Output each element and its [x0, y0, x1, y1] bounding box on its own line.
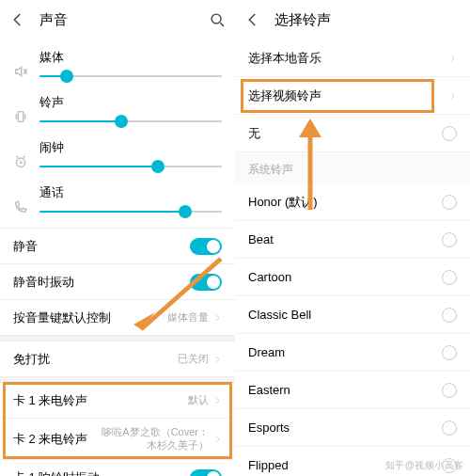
chevron-right-icon	[212, 431, 222, 448]
chevron-right-icon	[212, 351, 222, 368]
local-music-row[interactable]: 选择本地音乐	[235, 40, 470, 77]
video-ringtone-row[interactable]: 选择视频铃声	[235, 77, 470, 115]
svg-rect-1	[18, 112, 23, 122]
ringtone-item[interactable]: Dream	[235, 334, 470, 372]
chevron-right-icon	[447, 87, 457, 104]
ringtone-slider[interactable]: 铃声	[39, 94, 222, 128]
ringtone-item[interactable]: Esports	[235, 409, 470, 447]
mute-row[interactable]: 静音	[0, 228, 235, 263]
ringtone-label: Eastern	[248, 383, 442, 397]
radio-unchecked[interactable]	[442, 270, 457, 285]
sim1-ringtone-row[interactable]: 卡 1 来电铃声 默认	[0, 382, 235, 418]
chevron-right-icon	[212, 309, 222, 326]
back-icon[interactable]	[9, 11, 26, 28]
ringtone-item[interactable]: Classic Bell	[235, 296, 470, 334]
ringtone-item[interactable]: Honor (默认)	[235, 183, 470, 221]
ringtone-label: Beat	[248, 232, 442, 246]
volume-key-row[interactable]: 按音量键默认控制 媒体音量	[0, 299, 235, 335]
mute-toggle[interactable]	[190, 238, 222, 255]
media-slider[interactable]: 媒体	[39, 49, 222, 83]
radio-unchecked[interactable]	[442, 308, 457, 323]
sim1-vibrate-row[interactable]: 卡 1 响铃时振动	[0, 459, 235, 476]
radio-unchecked[interactable]	[442, 232, 457, 247]
system-ringtone-section: 系统铃声	[235, 152, 470, 183]
page-title-sound: 声音	[39, 11, 210, 29]
dnd-row[interactable]: 免打扰 已关闭	[0, 341, 235, 376]
ringtone-item[interactable]: Beat	[235, 221, 470, 259]
search-icon[interactable]	[210, 12, 226, 28]
alarm-icon	[9, 139, 32, 169]
radio-unchecked[interactable]	[442, 458, 457, 473]
ringtone-label: Classic Bell	[248, 308, 442, 322]
ringtone-item[interactable]: Flipped	[235, 447, 470, 476]
vibrate-on-mute-toggle[interactable]	[190, 274, 222, 291]
chevron-right-icon	[447, 50, 457, 67]
vibrate-icon	[9, 94, 32, 124]
alarm-slider[interactable]: 闹钟	[39, 139, 222, 173]
chevron-right-icon	[212, 392, 222, 409]
sim1-vibrate-toggle[interactable]	[190, 469, 222, 477]
page-title-select-ringtone: 选择铃声	[274, 11, 461, 29]
vibrate-on-mute-row[interactable]: 静音时振动	[0, 263, 235, 299]
ringtone-item[interactable]: Eastern	[235, 372, 470, 409]
radio-unchecked[interactable]	[442, 420, 457, 436]
volume-off-icon	[9, 49, 32, 79]
radio-unchecked[interactable]	[442, 383, 457, 398]
ringtone-item[interactable]: Cartoon	[235, 259, 470, 296]
ringtone-label: Honor (默认)	[248, 194, 442, 211]
ringtone-label: Esports	[248, 420, 442, 435]
radio-unchecked[interactable]	[442, 345, 457, 360]
ringtone-label: Flipped	[248, 458, 442, 472]
call-slider[interactable]: 通话	[39, 184, 222, 218]
svg-point-0	[212, 14, 221, 24]
radio-unchecked[interactable]	[442, 195, 457, 210]
sim2-ringtone-row[interactable]: 卡 2 来电铃声 哆啦A梦之歌（Cover：木杉久美子）	[0, 418, 235, 459]
back-icon[interactable]	[244, 11, 261, 28]
none-row[interactable]: 无	[235, 115, 470, 152]
radio-unchecked[interactable]	[442, 126, 457, 141]
ringtone-label: Dream	[248, 345, 442, 359]
ringtone-label: Cartoon	[248, 270, 442, 284]
call-icon	[9, 184, 32, 214]
